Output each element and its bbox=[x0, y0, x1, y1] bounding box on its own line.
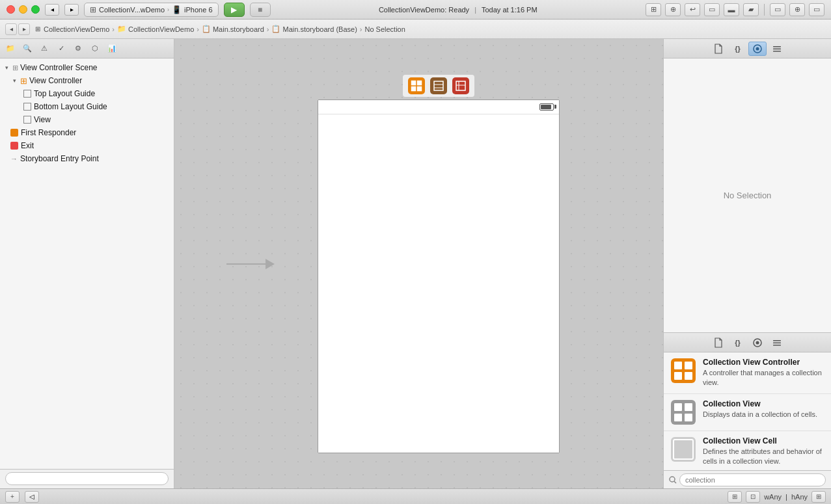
nav-prev-button[interactable]: ◂ bbox=[45, 4, 59, 16]
canvas-area[interactable] bbox=[174, 39, 663, 488]
add-button[interactable]: ↩ bbox=[685, 3, 700, 16]
status-separator: | bbox=[474, 6, 476, 14]
svg-rect-1 bbox=[417, 81, 422, 85]
hide-debug-button[interactable]: ⊕ bbox=[789, 3, 805, 16]
inspector-content: No Selection bbox=[664, 59, 831, 332]
library-item-1[interactable]: Collection View Displays data in a colle… bbox=[664, 394, 831, 431]
library-tab-file[interactable] bbox=[709, 336, 728, 350]
library-item-0[interactable]: Collection View Controller A controller … bbox=[664, 352, 831, 394]
breadcrumb-forward-button[interactable]: ▸ bbox=[18, 23, 30, 35]
hide-navigator-button[interactable]: ▭ bbox=[770, 3, 785, 16]
inspector-tab-attributes[interactable] bbox=[768, 42, 786, 56]
w-size-class: wAny bbox=[764, 493, 782, 501]
scene-icon-1 bbox=[408, 77, 425, 94]
lib-title-1: Collection View bbox=[703, 399, 824, 408]
minimize-button[interactable] bbox=[19, 5, 27, 14]
controller-icon: ⊞ bbox=[20, 76, 27, 86]
project-icon: ⊞ bbox=[35, 25, 40, 33]
identity-tab-icon bbox=[753, 44, 762, 53]
exit-label: Exit bbox=[21, 141, 34, 150]
h-size-class: hAny bbox=[791, 493, 808, 501]
app-name-label: CollectionV...wDemo bbox=[99, 6, 165, 14]
breadcrumb-item-storyboard1[interactable]: 📋 Main.storyboard bbox=[202, 25, 264, 33]
lib-icon-collection-view-cell bbox=[670, 436, 696, 462]
status-text: CollectionViewDemo: Ready bbox=[379, 6, 469, 14]
tree-bottom-layout-item[interactable]: Bottom Layout Guide bbox=[0, 100, 174, 113]
tree-top-layout-item[interactable]: Top Layout Guide bbox=[0, 87, 174, 100]
nav-tab-test[interactable]: ✓ bbox=[53, 42, 69, 56]
breadcrumb-storyboard-label: Main.storyboard bbox=[213, 25, 264, 33]
tree-first-responder-item[interactable]: First Responder bbox=[0, 126, 174, 139]
breadcrumb-nav: ◂ ▸ bbox=[5, 23, 30, 35]
entry-point-label: Storyboard Entry Point bbox=[20, 154, 99, 163]
exit-icon bbox=[10, 142, 18, 150]
breadcrumb-item-folder[interactable]: 📁 CollectionViewDemo bbox=[117, 25, 194, 33]
library-button[interactable]: ⊕ bbox=[665, 3, 681, 16]
editor-assistant-button[interactable]: ▬ bbox=[724, 3, 739, 16]
library-tab-list[interactable] bbox=[768, 336, 786, 350]
tree-scene-item[interactable]: ▾ ⊞ View Controller Scene bbox=[0, 61, 174, 74]
close-button[interactable] bbox=[7, 5, 15, 14]
nav-tab-debug[interactable]: ⚙ bbox=[70, 42, 86, 56]
library-content: Collection View Controller A controller … bbox=[664, 352, 831, 470]
scene-disclosure[interactable]: ▾ bbox=[3, 64, 10, 72]
library-tab-code[interactable]: {} bbox=[729, 336, 747, 350]
breadcrumb-item-project[interactable]: ⊞ CollectionViewDemo bbox=[35, 25, 109, 33]
breadcrumb-back-button[interactable]: ◂ bbox=[5, 23, 17, 35]
view-label: View bbox=[34, 115, 51, 124]
add-object-button[interactable]: + bbox=[5, 491, 20, 503]
run-button[interactable]: ▶ bbox=[224, 3, 245, 17]
lib-icon-collection-view-controller bbox=[670, 358, 696, 384]
navigator-panel: 📁 🔍 ⚠ ✓ ⚙ ⬡ 📊 ▾ ⊞ View Controller Scene … bbox=[0, 39, 174, 488]
attributes-tab-icon bbox=[772, 44, 782, 53]
editor-version-button[interactable]: ▰ bbox=[743, 3, 759, 16]
inspector-tab-quickhelp[interactable]: {} bbox=[729, 42, 747, 56]
breadcrumb-item-selection[interactable]: No Selection bbox=[364, 25, 405, 33]
library-search-input[interactable] bbox=[679, 473, 826, 486]
breakpoint-button[interactable]: ⊞ bbox=[646, 3, 661, 16]
zoom-scale-button[interactable]: ⊡ bbox=[746, 491, 760, 503]
nav-next-button[interactable]: ▸ bbox=[64, 4, 79, 16]
breadcrumb-item-storyboard2[interactable]: 📋 Main.storyboard (Base) bbox=[271, 25, 357, 33]
nav-tab-folder[interactable]: 📁 bbox=[3, 42, 18, 56]
tree-exit-item[interactable]: Exit bbox=[0, 139, 174, 152]
library-search-bar bbox=[664, 470, 831, 488]
svg-point-11 bbox=[756, 47, 759, 50]
bottom-layout-icon bbox=[23, 103, 31, 111]
svg-rect-27 bbox=[685, 403, 692, 411]
maximize-button[interactable] bbox=[31, 5, 40, 14]
scene-icon-2 bbox=[430, 77, 447, 94]
tree-view-item[interactable]: View bbox=[0, 113, 174, 126]
navigator-search-input[interactable] bbox=[5, 472, 169, 485]
tree-entry-point-item[interactable]: → Storyboard Entry Point bbox=[0, 152, 174, 165]
lib-desc-0: A controller that manages a collection v… bbox=[703, 368, 824, 388]
nav-tab-warning[interactable]: ⚠ bbox=[36, 42, 52, 56]
svg-rect-14 bbox=[773, 51, 781, 52]
scheme-selector[interactable]: ⊞ CollectionV...wDemo › 📱 iPhone 6 bbox=[84, 3, 219, 17]
breadcrumb-sep-2: › bbox=[197, 25, 199, 33]
scheme-separator: › bbox=[167, 7, 169, 13]
lib-desc-1: Displays data in a collection of cells. bbox=[703, 410, 824, 419]
nav-tab-breakpoint[interactable]: ⬡ bbox=[87, 42, 103, 56]
scene-label: View Controller Scene bbox=[20, 63, 98, 72]
nav-tab-search[interactable]: 🔍 bbox=[20, 42, 35, 56]
inspector-tab-file[interactable] bbox=[709, 42, 728, 56]
library-item-2[interactable]: Collection View Cell Defines the attribu… bbox=[664, 431, 831, 470]
nav-tab-report[interactable]: 📊 bbox=[104, 42, 120, 56]
stop-button[interactable]: ■ bbox=[250, 3, 271, 17]
library-tab-circle[interactable] bbox=[748, 336, 767, 350]
scheme-icon: ⊞ bbox=[90, 5, 96, 14]
hide-inspector-button[interactable]: ▭ bbox=[809, 3, 824, 16]
lib-text-2: Collection View Cell Defines the attribu… bbox=[703, 436, 824, 467]
zoom-fit-button[interactable]: ⊞ bbox=[728, 491, 742, 503]
titlebar: ◂ ▸ ⊞ CollectionV...wDemo › 📱 iPhone 6 ▶… bbox=[0, 0, 831, 20]
svg-rect-7 bbox=[456, 81, 465, 90]
tree-controller-item[interactable]: ▾ ⊞ View Controller bbox=[0, 74, 174, 87]
navigate-back-button[interactable]: ◁ bbox=[25, 491, 39, 503]
navigator-search bbox=[0, 469, 174, 488]
inspector-tab-identity[interactable] bbox=[748, 42, 767, 56]
size-class-button[interactable]: ⊞ bbox=[811, 491, 826, 503]
editor-standard-button[interactable]: ▭ bbox=[704, 3, 720, 16]
view-icon bbox=[23, 116, 31, 124]
controller-disclosure[interactable]: ▾ bbox=[10, 77, 18, 85]
